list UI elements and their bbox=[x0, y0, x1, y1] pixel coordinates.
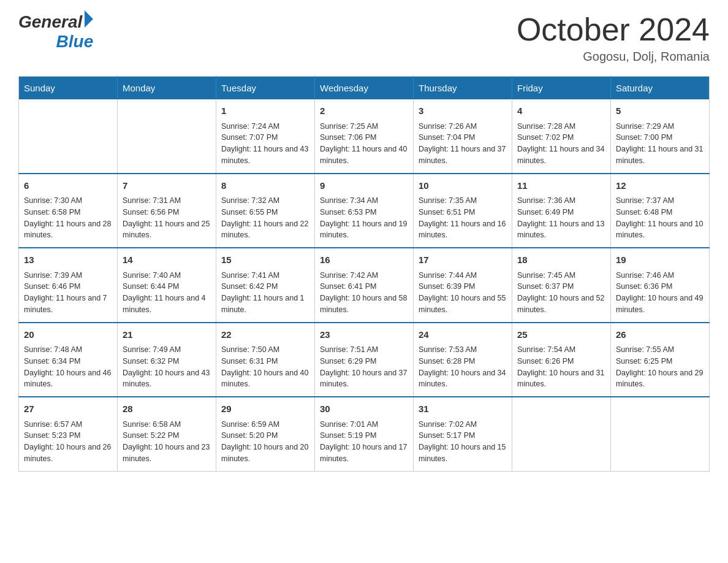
calendar-day-cell: 26Sunrise: 7:55 AMSunset: 6:25 PMDayligh… bbox=[611, 323, 710, 397]
daylight-text: Daylight: 10 hours and 29 minutes. bbox=[616, 369, 703, 389]
sunrise-text: Sunrise: 7:30 AM bbox=[24, 196, 82, 205]
calendar-header-row: SundayMondayTuesdayWednesdayThursdayFrid… bbox=[19, 77, 710, 100]
calendar-day-header: Sunday bbox=[19, 77, 118, 100]
day-number: 17 bbox=[419, 253, 507, 267]
day-number: 19 bbox=[616, 253, 704, 267]
calendar-day-header: Monday bbox=[118, 77, 216, 100]
sunset-text: Sunset: 6:37 PM bbox=[517, 282, 574, 291]
calendar-day-cell: 12Sunrise: 7:37 AMSunset: 6:48 PMDayligh… bbox=[611, 174, 710, 248]
calendar-day-header: Wednesday bbox=[315, 77, 414, 100]
calendar-week-row: 27Sunrise: 6:57 AMSunset: 5:23 PMDayligh… bbox=[19, 397, 710, 471]
calendar-week-row: 1Sunrise: 7:24 AMSunset: 7:07 PMDaylight… bbox=[19, 99, 710, 174]
day-number: 16 bbox=[320, 253, 408, 267]
calendar-day-cell: 18Sunrise: 7:45 AMSunset: 6:37 PMDayligh… bbox=[512, 248, 611, 323]
day-number: 30 bbox=[320, 402, 408, 416]
daylight-text: Daylight: 10 hours and 31 minutes. bbox=[517, 369, 604, 389]
calendar-day-cell: 2Sunrise: 7:25 AMSunset: 7:06 PMDaylight… bbox=[315, 99, 414, 174]
month-title: October 2024 bbox=[517, 12, 710, 47]
calendar-week-row: 6Sunrise: 7:30 AMSunset: 6:58 PMDaylight… bbox=[19, 174, 710, 248]
day-number: 2 bbox=[320, 104, 408, 118]
sunrise-text: Sunrise: 7:26 AM bbox=[419, 122, 477, 131]
calendar-day-cell: 17Sunrise: 7:44 AMSunset: 6:39 PMDayligh… bbox=[414, 248, 512, 323]
daylight-text: Daylight: 10 hours and 20 minutes. bbox=[221, 443, 308, 463]
sunset-text: Sunset: 6:49 PM bbox=[517, 208, 574, 216]
sunrise-text: Sunrise: 7:53 AM bbox=[419, 345, 477, 354]
day-number: 27 bbox=[24, 402, 112, 416]
sunset-text: Sunset: 6:51 PM bbox=[419, 208, 475, 216]
sunrise-text: Sunrise: 7:31 AM bbox=[123, 196, 181, 205]
calendar-day-cell bbox=[19, 99, 118, 174]
sunrise-text: Sunrise: 7:46 AM bbox=[616, 271, 674, 280]
sunrise-text: Sunrise: 7:51 AM bbox=[320, 345, 378, 354]
daylight-text: Daylight: 10 hours and 17 minutes. bbox=[320, 443, 407, 463]
title-section: October 2024 Gogosu, Dolj, Romania bbox=[517, 12, 710, 64]
daylight-text: Daylight: 10 hours and 46 minutes. bbox=[24, 369, 111, 389]
calendar-day-cell: 19Sunrise: 7:46 AMSunset: 6:36 PMDayligh… bbox=[611, 248, 710, 323]
sunset-text: Sunset: 6:39 PM bbox=[419, 282, 475, 291]
sunset-text: Sunset: 5:23 PM bbox=[24, 431, 80, 440]
calendar-day-cell: 9Sunrise: 7:34 AMSunset: 6:53 PMDaylight… bbox=[315, 174, 414, 248]
sunrise-text: Sunrise: 7:29 AM bbox=[616, 122, 674, 131]
daylight-text: Daylight: 11 hours and 25 minutes. bbox=[123, 220, 210, 240]
calendar-week-row: 20Sunrise: 7:48 AMSunset: 6:34 PMDayligh… bbox=[19, 323, 710, 397]
sunset-text: Sunset: 6:32 PM bbox=[123, 357, 179, 366]
calendar-day-cell: 31Sunrise: 7:02 AMSunset: 5:17 PMDayligh… bbox=[414, 397, 512, 471]
sunrise-text: Sunrise: 7:37 AM bbox=[616, 196, 674, 205]
daylight-text: Daylight: 10 hours and 23 minutes. bbox=[123, 443, 210, 463]
sunrise-text: Sunrise: 7:49 AM bbox=[123, 345, 181, 354]
day-number: 23 bbox=[320, 328, 408, 342]
sunrise-text: Sunrise: 7:39 AM bbox=[24, 271, 82, 280]
sunrise-text: Sunrise: 7:36 AM bbox=[517, 196, 575, 205]
sunset-text: Sunset: 6:55 PM bbox=[221, 208, 278, 216]
day-number: 12 bbox=[616, 179, 704, 193]
daylight-text: Daylight: 10 hours and 43 minutes. bbox=[123, 369, 210, 389]
logo: General Blue bbox=[18, 12, 93, 52]
calendar-day-cell: 22Sunrise: 7:50 AMSunset: 6:31 PMDayligh… bbox=[216, 323, 315, 397]
sunrise-text: Sunrise: 7:24 AM bbox=[221, 122, 279, 131]
daylight-text: Daylight: 10 hours and 34 minutes. bbox=[419, 369, 506, 389]
daylight-text: Daylight: 11 hours and 31 minutes. bbox=[616, 145, 703, 165]
sunrise-text: Sunrise: 7:35 AM bbox=[419, 196, 477, 205]
daylight-text: Daylight: 11 hours and 7 minutes. bbox=[24, 294, 107, 314]
sunrise-text: Sunrise: 7:40 AM bbox=[123, 271, 181, 280]
sunrise-text: Sunrise: 7:50 AM bbox=[221, 345, 279, 354]
calendar-day-cell bbox=[118, 99, 216, 174]
sunrise-text: Sunrise: 7:54 AM bbox=[517, 345, 575, 354]
calendar-day-header: Saturday bbox=[611, 77, 710, 100]
logo-triangle-icon bbox=[85, 10, 93, 28]
calendar-day-cell: 3Sunrise: 7:26 AMSunset: 7:04 PMDaylight… bbox=[414, 99, 512, 174]
sunset-text: Sunset: 5:17 PM bbox=[419, 431, 475, 440]
calendar-day-cell: 21Sunrise: 7:49 AMSunset: 6:32 PMDayligh… bbox=[118, 323, 216, 397]
calendar-day-header: Thursday bbox=[414, 77, 512, 100]
daylight-text: Daylight: 11 hours and 19 minutes. bbox=[320, 220, 407, 240]
day-number: 29 bbox=[221, 402, 309, 416]
day-number: 10 bbox=[419, 179, 507, 193]
daylight-text: Daylight: 10 hours and 55 minutes. bbox=[419, 294, 506, 314]
calendar-day-cell: 8Sunrise: 7:32 AMSunset: 6:55 PMDaylight… bbox=[216, 174, 315, 248]
calendar-day-cell: 7Sunrise: 7:31 AMSunset: 6:56 PMDaylight… bbox=[118, 174, 216, 248]
daylight-text: Daylight: 10 hours and 58 minutes. bbox=[320, 294, 407, 314]
sunrise-text: Sunrise: 7:02 AM bbox=[419, 420, 477, 429]
day-number: 28 bbox=[123, 402, 211, 416]
sunrise-text: Sunrise: 7:42 AM bbox=[320, 271, 378, 280]
sunset-text: Sunset: 6:34 PM bbox=[24, 357, 80, 366]
day-number: 24 bbox=[419, 328, 507, 342]
calendar-day-cell: 25Sunrise: 7:54 AMSunset: 6:26 PMDayligh… bbox=[512, 323, 611, 397]
sunrise-text: Sunrise: 7:45 AM bbox=[517, 271, 575, 280]
sunset-text: Sunset: 7:04 PM bbox=[419, 133, 475, 142]
day-number: 21 bbox=[123, 328, 211, 342]
day-number: 13 bbox=[24, 253, 112, 267]
daylight-text: Daylight: 10 hours and 52 minutes. bbox=[517, 294, 604, 314]
calendar-day-cell: 4Sunrise: 7:28 AMSunset: 7:02 PMDaylight… bbox=[512, 99, 611, 174]
day-number: 11 bbox=[517, 179, 605, 193]
sunrise-text: Sunrise: 7:28 AM bbox=[517, 122, 575, 131]
day-number: 1 bbox=[221, 104, 309, 118]
day-number: 6 bbox=[24, 179, 112, 193]
daylight-text: Daylight: 10 hours and 26 minutes. bbox=[24, 443, 111, 463]
logo-blue-text: Blue bbox=[56, 32, 94, 52]
day-number: 22 bbox=[221, 328, 309, 342]
calendar-day-cell: 23Sunrise: 7:51 AMSunset: 6:29 PMDayligh… bbox=[315, 323, 414, 397]
sunset-text: Sunset: 6:42 PM bbox=[221, 282, 278, 291]
calendar-day-cell: 16Sunrise: 7:42 AMSunset: 6:41 PMDayligh… bbox=[315, 248, 414, 323]
sunset-text: Sunset: 7:00 PM bbox=[616, 133, 672, 142]
